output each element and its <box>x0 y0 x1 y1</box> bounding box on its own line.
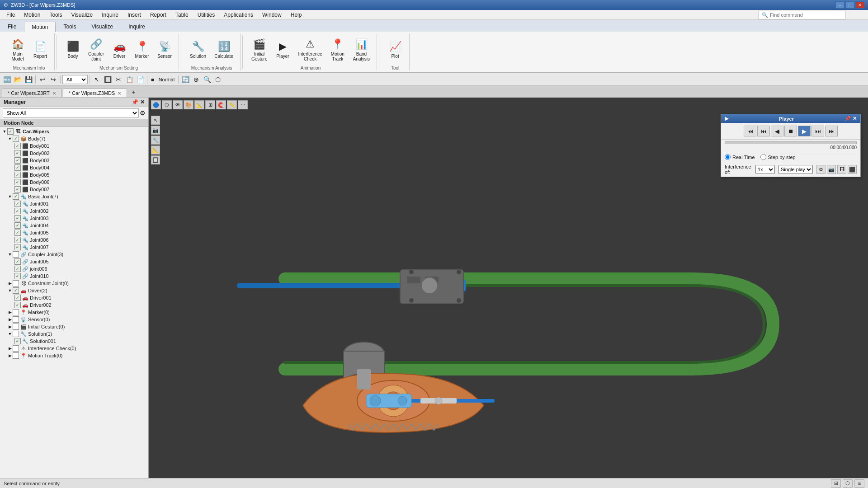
check-solution[interactable] <box>13 331 19 337</box>
tree-joint002[interactable]: ✓ 🔩 Joint002 <box>0 207 148 215</box>
left-btn-1[interactable]: ↖ <box>151 116 160 125</box>
player-btn-start[interactable]: ⏮ <box>744 126 756 136</box>
tree-sensor-group[interactable]: ▶ 📡 Sensor(0) <box>0 316 148 323</box>
menu-tools[interactable]: Tools <box>45 11 66 19</box>
check-joint007[interactable]: ✓ <box>14 244 21 250</box>
check-joint004[interactable]: ✓ <box>14 222 21 229</box>
tb-save[interactable]: 💾 <box>24 75 33 84</box>
doc-tab-1-close[interactable]: ✕ <box>52 91 56 96</box>
player-progress-bar[interactable] <box>725 141 857 144</box>
radio-step-by-step-input[interactable] <box>760 154 766 160</box>
tb-new[interactable]: 🆕 <box>2 75 12 84</box>
tree-interference-check-group[interactable]: ▶ ⚠ Interference Check(0) <box>0 345 148 352</box>
check-coupler-joint005[interactable]: ✓ <box>14 258 21 265</box>
check-initial-gesture[interactable] <box>13 324 19 330</box>
menu-insert[interactable]: Insert <box>123 11 146 19</box>
manager-dock-icon[interactable]: 📌 <box>132 99 138 105</box>
menu-report[interactable]: Report <box>146 11 171 19</box>
tb-select1[interactable]: ↖ <box>92 75 102 84</box>
radio-real-time-input[interactable] <box>725 154 731 160</box>
ribbon-btn-main-model[interactable]: 🏠 MainModel <box>7 35 28 63</box>
check-marker[interactable] <box>13 309 19 315</box>
tree-body001[interactable]: ✓ ⬛ Body001 <box>0 142 148 150</box>
initial-gesture-expand-arrow[interactable]: ▶ <box>7 324 13 329</box>
solution-expand-arrow[interactable]: ▼ <box>7 331 13 337</box>
tree-marker-group[interactable]: ▶ 📍 Marker(0) <box>0 309 148 316</box>
ribbon-btn-band-analysis[interactable]: 📊 BandAnalysis <box>350 35 373 63</box>
tb-copy[interactable]: 📋 <box>124 75 134 84</box>
tab-file[interactable]: File <box>0 21 24 32</box>
menu-file[interactable]: File <box>2 11 19 19</box>
maximize-button[interactable]: □ <box>845 1 854 9</box>
player-close-icon[interactable]: ✕ <box>853 116 857 122</box>
check-car-wipers[interactable]: ✓ <box>7 128 14 135</box>
marker-expand-arrow[interactable]: ▶ <box>7 310 13 315</box>
tree-coupler-joint005[interactable]: ✓ 🔗 Joint005 <box>0 258 148 265</box>
radio-step-by-step[interactable]: Step by step <box>760 154 796 160</box>
tree-body007[interactable]: ✓ ⬛ Body007 <box>0 186 148 193</box>
check-coupler-joint010[interactable]: ✓ <box>14 273 21 279</box>
player-settings-icon3[interactable]: 🎞 <box>837 165 846 174</box>
play-mode-select[interactable]: Single play Loop Ping-pong <box>778 165 813 174</box>
player-settings-icon4[interactable]: ⬛ <box>848 165 857 174</box>
tree-root-car-wipers[interactable]: ▼ ✓ 🏗 Car-Wipers <box>0 128 148 135</box>
tree-constraint-joint-group[interactable]: ▶ ⛓ Constraint Joint(0) <box>0 280 148 287</box>
tree-solution-group[interactable]: ▼ 🔧 Solution(1) <box>0 330 148 338</box>
check-body007[interactable]: ✓ <box>14 186 21 192</box>
check-body004[interactable]: ✓ <box>14 164 21 171</box>
check-driver001[interactable]: ✓ <box>14 295 21 301</box>
tree-joint003[interactable]: ✓ 🔩 Joint003 <box>0 215 148 222</box>
tb-select3[interactable]: ✂ <box>113 75 123 84</box>
menu-visualize[interactable]: Visualize <box>66 11 97 19</box>
check-motion-track[interactable] <box>13 352 19 359</box>
tree-body005[interactable]: ✓ ⬛ Body005 <box>0 171 148 178</box>
tb-redo[interactable]: ↪ <box>48 75 58 84</box>
vp-btn-box[interactable]: ⬡ <box>162 100 172 109</box>
vp-btn-display[interactable]: 📐 <box>194 100 204 109</box>
player-settings-icon1[interactable]: ⚙ <box>816 165 826 174</box>
basic-joint-expand-arrow[interactable]: ▼ <box>7 194 13 199</box>
find-command-input[interactable] <box>770 12 842 18</box>
tab-inquire[interactable]: Inquire <box>121 21 153 32</box>
statusbar-icon3[interactable]: ≡ <box>854 479 864 488</box>
tree-joint001[interactable]: ✓ 🔩 Joint001 <box>0 200 148 207</box>
tree-joint007[interactable]: ✓ 🔩 Joint007 <box>0 244 148 251</box>
vp-btn-sphere[interactable]: 🔵 <box>151 100 161 109</box>
tb-view4[interactable]: ⬡ <box>213 75 223 84</box>
body-expand-arrow[interactable]: ▼ <box>7 136 13 141</box>
menu-motion[interactable]: Motion <box>19 11 45 19</box>
doc-tab-2[interactable]: * Car Wipers.Z3MDS ✕ <box>63 89 127 97</box>
tree-body006[interactable]: ✓ ⬛ Body006 <box>0 178 148 186</box>
tree-joint004[interactable]: ✓ 🔩 Joint004 <box>0 222 148 229</box>
tb-view2[interactable]: ⊕ <box>191 75 201 84</box>
check-coupler-joint[interactable] <box>13 251 19 258</box>
statusbar-icon1[interactable]: ⊞ <box>831 479 841 488</box>
menu-applications[interactable]: Applications <box>219 11 258 19</box>
vp-btn-measure[interactable]: 📏 <box>227 100 237 109</box>
close-button[interactable]: ✕ <box>855 1 864 9</box>
manager-close-icon[interactable]: ✕ <box>140 99 145 105</box>
player-btn-reverse[interactable]: ◀ <box>771 126 783 136</box>
left-btn-4[interactable]: 📐 <box>151 145 160 155</box>
tree-initial-gesture-group[interactable]: ▶ 🎬 Initial Gesture(0) <box>0 323 148 330</box>
tab-add-button[interactable]: + <box>128 87 139 97</box>
constraint-expand-arrow[interactable]: ▶ <box>7 281 13 286</box>
tree-body004[interactable]: ✓ ⬛ Body004 <box>0 164 148 171</box>
expand-arrow[interactable]: ▼ <box>2 129 7 134</box>
manager-filter-select[interactable]: Show All <box>3 108 139 117</box>
tree-coupler-joint010[interactable]: ✓ 🔗 Joint010 <box>0 272 148 280</box>
check-driver[interactable]: ✓ <box>13 287 19 294</box>
check-joint001[interactable]: ✓ <box>14 201 21 207</box>
ribbon-btn-body[interactable]: ⬛ Body <box>62 38 83 61</box>
tab-motion[interactable]: Motion <box>24 22 56 32</box>
menu-utilities[interactable]: Utilities <box>193 11 220 19</box>
vp-btn-snap[interactable]: 🧲 <box>216 100 226 109</box>
player-btn-stop[interactable]: ⏹ <box>784 126 797 136</box>
tb-view1[interactable]: 🔄 <box>180 75 190 84</box>
tree-driver002[interactable]: ✓ 🚗 Driver002 <box>0 301 148 309</box>
player-settings-icon2[interactable]: 📷 <box>827 165 836 174</box>
tb-open[interactable]: 📂 <box>13 75 23 84</box>
check-body001[interactable]: ✓ <box>14 143 21 149</box>
ribbon-btn-marker[interactable]: 📍 Marker <box>132 38 152 61</box>
tree-body003[interactable]: ✓ ⬛ Body003 <box>0 157 148 164</box>
